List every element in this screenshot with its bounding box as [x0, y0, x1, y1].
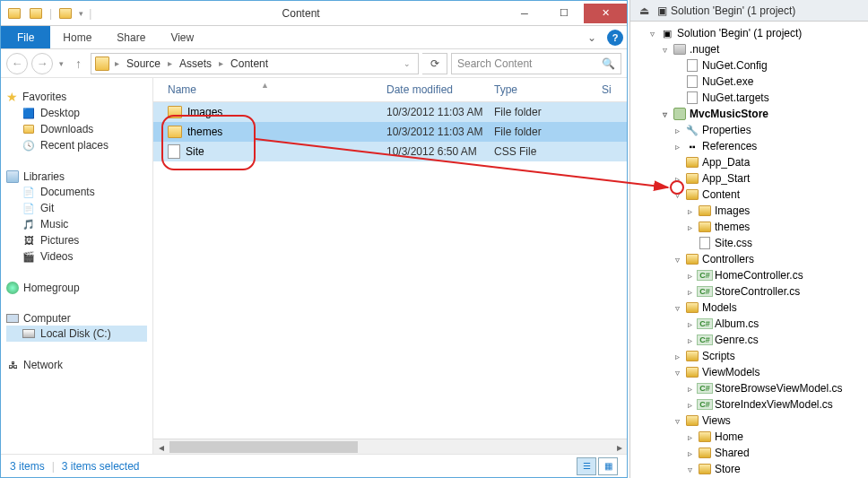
search-input[interactable]: Search Content 🔍	[451, 53, 621, 74]
expand-icon[interactable]: ▹	[684, 400, 695, 410]
file-tab[interactable]: File	[1, 26, 50, 48]
expand-icon[interactable]: ▿	[659, 109, 670, 119]
column-type[interactable]: Type	[494, 83, 602, 96]
expand-icon[interactable]: ▿	[672, 416, 682, 426]
refresh-button[interactable]: ⟳	[422, 53, 447, 74]
chevron-down-icon[interactable]: ▾	[79, 9, 83, 18]
scroll-left-icon[interactable]: ◂	[153, 439, 169, 454]
tree-node[interactable]: ▿Views	[630, 413, 868, 429]
tree-node[interactable]: ▹C#HomeController.cs	[630, 267, 868, 283]
tree-node[interactable]: App_Data	[630, 154, 868, 170]
tree-node[interactable]: ▹Home	[630, 429, 868, 445]
view-icons-button[interactable]: ▦	[598, 457, 618, 475]
sidebar-computer[interactable]: Computer	[6, 311, 147, 326]
column-name[interactable]: Name▲	[153, 83, 386, 96]
tree-node[interactable]: ▹C#StoreController.cs	[630, 283, 868, 300]
tree-node[interactable]: ▿MvcMusicStore	[630, 106, 868, 122]
expand-icon[interactable]: ▿	[647, 29, 657, 39]
tree-node[interactable]: ▹▪▪References	[630, 138, 868, 154]
expand-icon[interactable]: ▹	[684, 335, 695, 345]
help-button[interactable]: ?	[607, 30, 623, 46]
expand-icon[interactable]: ▹	[684, 432, 695, 442]
tree-node[interactable]: ▹App_Start	[630, 170, 868, 187]
tree-node[interactable]: ▹themes	[630, 219, 868, 235]
sidebar-libraries[interactable]: Libraries	[6, 169, 147, 184]
breadcrumb[interactable]: ▸ Source ▸ Assets ▸ Content ⌄	[91, 53, 419, 74]
tree-node[interactable]: ▹🔧Properties	[630, 122, 868, 138]
sidebar-item-recent[interactable]: 🕓Recent places	[6, 137, 147, 153]
expand-icon[interactable]: ▹	[684, 287, 695, 297]
expand-icon[interactable]: ▹	[672, 126, 682, 135]
tree-node[interactable]: ▹C#StoreIndexViewModel.cs	[630, 396, 868, 413]
tree-node[interactable]: ▹C#Album.cs	[630, 316, 868, 332]
history-dropdown[interactable]: ▾	[56, 59, 66, 68]
share-tab[interactable]: Share	[104, 28, 158, 48]
column-date[interactable]: Date modified	[386, 83, 494, 96]
expand-icon[interactable]: ▿	[672, 368, 682, 378]
expand-icon[interactable]: ▿	[672, 303, 682, 313]
sidebar-item-documents[interactable]: 📄Documents	[6, 184, 147, 200]
breadcrumb-item[interactable]: Assets	[178, 57, 213, 70]
breadcrumb-item[interactable]: Source	[125, 57, 162, 70]
file-row[interactable]: Images10/3/2012 11:03 AMFile folder	[153, 102, 627, 122]
sidebar-item-git[interactable]: 📄Git	[6, 200, 147, 216]
file-row[interactable]: Site10/3/2012 6:50 AMCSS File	[153, 142, 627, 161]
up-button[interactable]: ↑	[70, 56, 87, 71]
expand-icon[interactable]: ▹	[672, 142, 682, 152]
tree-node[interactable]: ▿ViewModels	[630, 364, 868, 380]
expand-icon[interactable]: ▹	[684, 222, 695, 232]
expand-icon[interactable]: ▹	[684, 319, 695, 329]
tree-node[interactable]: ▿Models	[630, 300, 868, 316]
tree-node[interactable]: NuGet.Config	[630, 57, 868, 74]
back-button[interactable]: ←	[6, 53, 28, 74]
tree-node[interactable]: Site.css	[630, 235, 868, 251]
home-icon[interactable]: ⏏	[636, 3, 652, 19]
home-tab[interactable]: Home	[50, 28, 104, 48]
tree-node[interactable]: ▹Shared	[630, 445, 868, 461]
breadcrumb-dropdown[interactable]: ⌄	[400, 59, 414, 68]
sidebar-item-downloads[interactable]: Downloads	[6, 121, 147, 137]
sidebar-item-music[interactable]: 🎵Music	[6, 216, 147, 232]
file-row[interactable]: themes10/3/2012 11:03 AMFile folder	[153, 122, 627, 142]
tree-node[interactable]: ▿.nuget	[630, 41, 868, 57]
sidebar-favorites[interactable]: ★Favorites	[6, 89, 147, 105]
expand-icon[interactable]: ▿	[659, 45, 670, 55]
scroll-right-icon[interactable]: ▸	[612, 439, 627, 454]
expand-icon[interactable]: ▹	[684, 271, 695, 281]
expand-icon[interactable]: ▿	[684, 465, 695, 474]
folder-open-icon[interactable]	[28, 5, 44, 22]
forward-button[interactable]: →	[31, 53, 53, 74]
tree-node[interactable]: ▹Scripts	[630, 348, 868, 364]
sidebar-homegroup[interactable]: Homegroup	[6, 281, 147, 295]
view-details-button[interactable]: ☰	[577, 457, 596, 475]
sidebar-item-localdisk[interactable]: Local Disk (C:)	[6, 326, 147, 342]
chevron-down-icon[interactable]: ⌄	[582, 30, 602, 46]
expand-icon[interactable]: ▹	[672, 352, 682, 361]
tree-node[interactable]: ▿Store	[630, 461, 868, 477]
expand-icon[interactable]: ▿	[672, 190, 682, 200]
sidebar-item-videos[interactable]: 🎬Videos	[6, 248, 147, 265]
folder-icon[interactable]	[57, 5, 74, 22]
maximize-button[interactable]: ☐	[544, 4, 584, 23]
minimize-button[interactable]: ─	[505, 4, 544, 23]
expand-icon[interactable]: ▿	[672, 255, 682, 265]
tree-node[interactable]: NuGet.exe	[630, 74, 868, 90]
tree-node[interactable]: ▹C#StoreBrowseViewModel.cs	[630, 380, 868, 396]
tree-node[interactable]: ▿Controllers	[630, 251, 868, 267]
tree-node[interactable]: NuGet.targets	[630, 90, 868, 106]
expand-icon[interactable]: ▹	[684, 206, 695, 216]
sidebar-item-pictures[interactable]: 🖼Pictures	[6, 232, 147, 248]
expand-icon[interactable]: ▹	[684, 448, 695, 458]
close-button[interactable]: ✕	[584, 4, 627, 23]
tree-node[interactable]: ▿▣Solution 'Begin' (1 project)	[630, 25, 868, 41]
horizontal-scrollbar[interactable]: ◂ ▸	[153, 439, 627, 454]
view-tab[interactable]: View	[158, 28, 206, 48]
scroll-thumb[interactable]	[169, 441, 358, 453]
column-size[interactable]: Si	[602, 83, 627, 96]
sidebar-item-desktop[interactable]: 🟦Desktop	[6, 105, 147, 121]
tree-node[interactable]: ▹Images	[630, 203, 868, 219]
tree-node[interactable]: ▹C#Genre.cs	[630, 332, 868, 348]
breadcrumb-item[interactable]: Content	[229, 57, 270, 70]
expand-icon[interactable]: ▹	[672, 174, 682, 184]
expand-icon[interactable]: ▹	[684, 384, 695, 394]
